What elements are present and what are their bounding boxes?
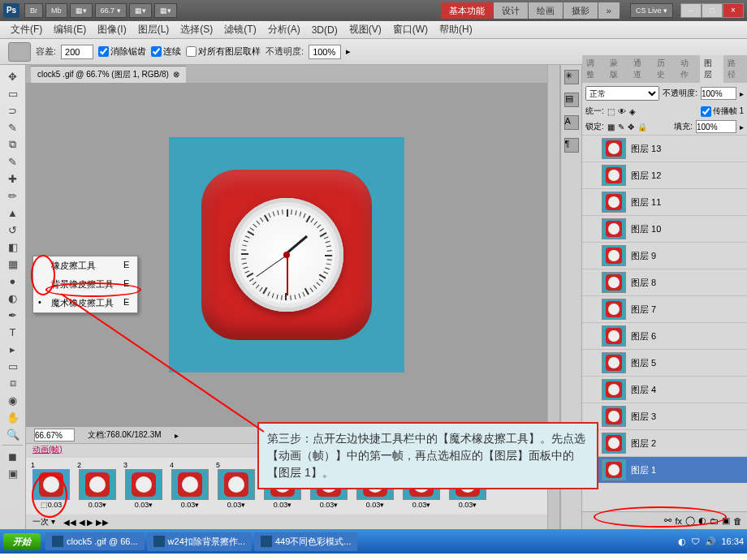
tab-layers[interactable]: 图层: [700, 55, 723, 83]
tab-masks[interactable]: 蒙版: [606, 55, 629, 83]
tab-actions[interactable]: 动作: [676, 55, 700, 83]
cslive-button[interactable]: CS Live ▾: [630, 3, 673, 18]
opacity-input[interactable]: [309, 45, 341, 59]
layer-row[interactable]: 👁图层 1: [582, 456, 747, 483]
gradient-tool[interactable]: ▦: [2, 256, 24, 272]
blend-mode-select[interactable]: 正常: [585, 86, 659, 101]
3d-camera-tool[interactable]: ◉: [2, 392, 24, 408]
loop-dropdown[interactable]: 一次 ▾: [32, 516, 55, 528]
minimize-button[interactable]: –: [680, 3, 702, 18]
document-tab[interactable]: clock5 .gif @ 66.7% (图层 1, RGB/8)⊗: [31, 66, 186, 83]
menu-filter[interactable]: 滤镜(T): [218, 23, 261, 37]
tray-icon[interactable]: 🔊: [705, 536, 716, 547]
layer-row[interactable]: 图层 10: [582, 215, 747, 242]
taskbar-item[interactable]: clock5 .gif @ 66...: [45, 532, 145, 550]
close-tab-icon[interactable]: ⊗: [173, 70, 179, 79]
type-tool[interactable]: T: [2, 324, 24, 340]
lock-transparent-icon[interactable]: ▦: [607, 123, 615, 131]
tray-icon[interactable]: ◐: [678, 536, 686, 547]
layer-row[interactable]: 图层 7: [582, 295, 747, 322]
quickmask-toggle[interactable]: ▣: [2, 465, 24, 481]
workspace-tab-painting[interactable]: 绘画: [529, 2, 563, 19]
menu-view[interactable]: 视图(V): [343, 23, 387, 37]
text-dock-icon[interactable]: A: [564, 115, 579, 130]
move-tool[interactable]: ✥: [2, 68, 24, 84]
unify-style-icon[interactable]: ◈: [629, 107, 636, 116]
layer-row[interactable]: 图层 6: [582, 322, 747, 349]
system-tray[interactable]: ◐ 🛡 🔊 16:34: [678, 536, 744, 547]
layer-row[interactable]: 图层 9: [582, 242, 747, 269]
zoom-tool[interactable]: 🔍: [2, 426, 24, 442]
layer-opacity-input[interactable]: [701, 87, 736, 100]
magic-eraser-tool-icon[interactable]: [8, 42, 31, 62]
navigator-dock-icon[interactable]: ✳: [564, 70, 579, 84]
adjustment-layer-icon[interactable]: ◐: [698, 515, 706, 526]
bridge-button[interactable]: Br: [24, 3, 43, 18]
brush-tool[interactable]: ✏: [2, 187, 24, 204]
animation-frame[interactable]: 20.03▾: [76, 461, 119, 511]
layer-row[interactable]: 图层 11: [582, 188, 747, 215]
screen-mode-button[interactable]: ▦▾: [154, 3, 177, 18]
taskbar-item[interactable]: w24扣除背景擦作...: [147, 532, 252, 551]
paragraph-dock-icon[interactable]: ¶: [564, 138, 579, 153]
layer-fx-icon[interactable]: fx: [675, 516, 682, 526]
menu-analysis[interactable]: 分析(A): [262, 23, 306, 37]
flyout-magic-eraser-tool[interactable]: 魔术橡皮擦工具E: [33, 294, 137, 312]
delete-layer-icon[interactable]: 🗑: [733, 516, 742, 526]
maximize-button[interactable]: □: [702, 3, 723, 18]
menu-image[interactable]: 图像(I): [92, 23, 132, 37]
lock-position-icon[interactable]: ✥: [628, 123, 634, 131]
animation-frame[interactable]: 50.03▾: [214, 461, 258, 511]
propagate-frame-checkbox[interactable]: 传播帧 1: [701, 106, 744, 117]
tab-paths[interactable]: 路径: [723, 55, 747, 83]
animation-frame[interactable]: 40.03▾: [168, 461, 212, 511]
blur-tool[interactable]: ●: [2, 273, 24, 289]
path-select-tool[interactable]: ▸: [2, 341, 24, 357]
start-button[interactable]: 开始: [3, 533, 41, 550]
minibridge-button[interactable]: Mb: [45, 3, 67, 18]
tab-channels[interactable]: 通道: [629, 55, 653, 83]
stamp-tool[interactable]: ▲: [2, 205, 24, 221]
animation-frame[interactable]: 30.03▾: [122, 461, 166, 511]
layer-row[interactable]: 图层 2: [582, 429, 747, 456]
zoom-input[interactable]: [34, 429, 75, 442]
menu-edit[interactable]: 编辑(E): [48, 23, 92, 37]
unify-visibility-icon[interactable]: 👁: [618, 107, 626, 116]
foreground-background-colors[interactable]: ◼: [2, 448, 24, 464]
arrange-button[interactable]: ▦▾: [129, 3, 152, 18]
dodge-tool[interactable]: ◐: [2, 290, 24, 306]
flyout-eraser-tool[interactable]: 橡皮擦工具E: [33, 256, 137, 275]
healing-tool[interactable]: ✚: [2, 170, 24, 187]
history-brush-tool[interactable]: ↺: [2, 222, 24, 238]
quick-select-tool[interactable]: ✎: [2, 119, 24, 136]
menu-file[interactable]: 文件(F): [5, 23, 48, 37]
eraser-tool[interactable]: ◧: [2, 239, 24, 255]
eyedropper-tool[interactable]: ✎: [2, 153, 24, 170]
unify-position-icon[interactable]: ⬚: [607, 107, 615, 116]
link-layers-icon[interactable]: ⚯: [664, 515, 671, 526]
3d-tool[interactable]: ⧈: [2, 375, 24, 391]
menu-layer[interactable]: 图层(L): [132, 23, 175, 37]
tray-icon[interactable]: 🛡: [691, 536, 700, 546]
menu-help[interactable]: 帮助(H): [434, 23, 478, 37]
histogram-dock-icon[interactable]: ▤: [564, 93, 579, 107]
workspace-tab-photography[interactable]: 摄影: [563, 2, 598, 19]
pen-tool[interactable]: ✒: [2, 307, 24, 323]
layer-row[interactable]: 图层 13: [582, 135, 747, 162]
crop-tool[interactable]: ⧉: [2, 136, 24, 153]
opacity-dropdown-icon[interactable]: ▸: [346, 46, 351, 57]
layer-mask-icon[interactable]: ◯: [685, 515, 695, 526]
contiguous-checkbox[interactable]: 连续: [151, 45, 181, 58]
shape-tool[interactable]: ▭: [2, 358, 24, 374]
lock-pixels-icon[interactable]: ✎: [618, 123, 624, 131]
view-extras-button[interactable]: ▦▾: [70, 3, 93, 18]
hand-tool[interactable]: ✋: [2, 409, 24, 425]
workspace-tab-design[interactable]: 设计: [494, 2, 528, 19]
flyout-bg-eraser-tool[interactable]: 背景橡皮擦工具E: [33, 275, 137, 294]
menu-3d[interactable]: 3D(D): [306, 24, 343, 36]
sample-all-layers-checkbox[interactable]: 对所有图层取样: [186, 45, 261, 58]
layer-row[interactable]: 图层 12: [582, 162, 747, 188]
taskbar-item[interactable]: 449不同色彩模式...: [254, 532, 358, 551]
lasso-tool[interactable]: ⊃: [2, 102, 24, 118]
workspace-more-button[interactable]: »: [598, 2, 620, 19]
